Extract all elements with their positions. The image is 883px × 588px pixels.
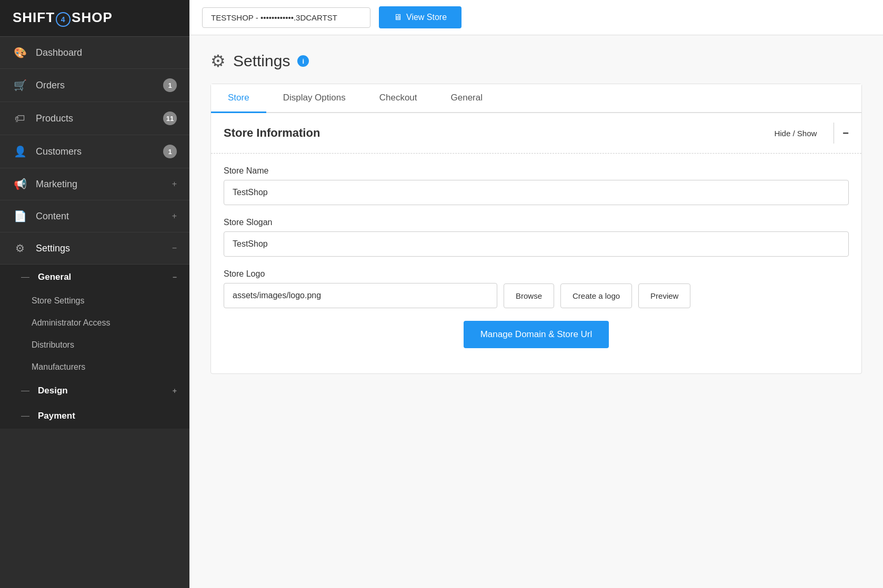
content-icon: 📄	[13, 210, 27, 222]
sidebar: SHIFT4SHOP 🎨 Dashboard 🛒 Orders 1 🏷 Prod…	[0, 0, 189, 588]
store-name-input[interactable]	[224, 180, 849, 205]
tab-display-options[interactable]: Display Options	[266, 84, 363, 113]
sidebar-item-label: Orders	[36, 80, 155, 91]
settings-icon: ⚙	[13, 242, 27, 255]
settings-gear-icon: ⚙	[210, 51, 226, 71]
card-body: Store Name Store Slogan Store Logo Brows…	[211, 154, 861, 373]
tab-store[interactable]: Store	[211, 84, 266, 113]
main-content: TESTSHOP - ••••••••••••.3DCARTST 🖥 View …	[189, 0, 883, 588]
page-title: Settings	[233, 52, 290, 70]
store-logo-label: Store Logo	[224, 269, 849, 279]
store-url-display: TESTSHOP - ••••••••••••.3DCARTST	[202, 7, 370, 28]
design-expand: +	[173, 387, 177, 395]
card-header: Store Information Hide / Show −	[211, 113, 861, 154]
store-logo-group: Store Logo Browse Create a logo Preview	[224, 269, 849, 308]
settings-submenu: General − Store Settings Administrator A…	[0, 265, 189, 429]
logo-text: SHIFT4SHOP	[13, 9, 113, 27]
content-area: ⚙ Settings i Store Display Options Check…	[189, 35, 883, 588]
view-store-button[interactable]: 🖥 View Store	[379, 6, 461, 28]
design-section-header[interactable]: Design +	[0, 378, 189, 403]
sidebar-item-label: Content	[36, 211, 164, 222]
settings-card: Store Display Options Checkout General S…	[210, 84, 862, 374]
sidebar-item-label: Dashboard	[36, 47, 177, 58]
store-slogan-input[interactable]	[224, 231, 849, 257]
sidebar-item-label: Products	[36, 113, 155, 124]
general-expand: −	[173, 273, 177, 281]
sidebar-item-label: Marketing	[36, 179, 164, 190]
content-expand: +	[172, 211, 177, 221]
orders-badge: 1	[163, 78, 177, 92]
logo-badge: 4	[56, 12, 71, 27]
design-label: Design	[38, 386, 68, 396]
view-store-label: View Store	[406, 13, 447, 22]
store-slogan-group: Store Slogan	[224, 218, 849, 257]
hide-show-link[interactable]: Hide / Show	[774, 129, 817, 138]
sidebar-item-label: Settings	[36, 243, 164, 254]
marketing-icon: 📢	[13, 178, 27, 190]
monitor-icon: 🖥	[394, 13, 402, 22]
sidebar-item-customers[interactable]: 👤 Customers 1	[0, 135, 189, 168]
vertical-divider	[834, 123, 834, 144]
marketing-expand: +	[172, 179, 177, 189]
payment-label: Payment	[38, 411, 75, 421]
sidebar-item-label: Customers	[36, 146, 155, 157]
general-section-header[interactable]: General −	[0, 265, 189, 290]
customers-badge: 1	[163, 145, 177, 158]
store-logo-input[interactable]	[224, 283, 497, 308]
preview-button[interactable]: Preview	[638, 283, 690, 308]
products-icon: 🏷	[13, 113, 27, 125]
store-name-group: Store Name	[224, 166, 849, 205]
sidebar-item-administrator-access[interactable]: Administrator Access	[0, 312, 189, 334]
payment-section-header[interactable]: Payment	[0, 403, 189, 429]
manage-domain-button[interactable]: Manage Domain & Store Url	[464, 321, 609, 348]
collapse-button[interactable]: −	[842, 127, 849, 139]
browse-button[interactable]: Browse	[504, 283, 554, 308]
customers-icon: 👤	[13, 145, 27, 158]
card-title: Store Information	[224, 126, 774, 140]
sidebar-logo: SHIFT4SHOP	[0, 0, 189, 37]
logo-row: Browse Create a logo Preview	[224, 283, 849, 308]
page-header: ⚙ Settings i	[210, 51, 862, 71]
tabs-bar: Store Display Options Checkout General	[211, 84, 861, 113]
section-line	[21, 391, 29, 391]
section-line	[21, 416, 29, 417]
sidebar-item-distributors[interactable]: Distributors	[0, 334, 189, 356]
sidebar-item-settings[interactable]: ⚙ Settings −	[0, 232, 189, 265]
sidebar-item-store-settings[interactable]: Store Settings	[0, 290, 189, 312]
sidebar-item-manufacturers[interactable]: Manufacturers	[0, 356, 189, 378]
orders-icon: 🛒	[13, 79, 27, 92]
general-label: General	[38, 272, 71, 282]
settings-expand: −	[172, 244, 177, 253]
sidebar-item-products[interactable]: 🏷 Products 11	[0, 102, 189, 135]
section-line	[21, 277, 29, 278]
dashboard-icon: 🎨	[13, 46, 27, 59]
sidebar-item-dashboard[interactable]: 🎨 Dashboard	[0, 37, 189, 69]
topbar: TESTSHOP - ••••••••••••.3DCARTST 🖥 View …	[189, 0, 883, 35]
products-badge: 11	[163, 111, 177, 125]
sidebar-item-orders[interactable]: 🛒 Orders 1	[0, 69, 189, 102]
create-logo-button[interactable]: Create a logo	[560, 283, 632, 308]
tab-checkout[interactable]: Checkout	[363, 84, 434, 113]
info-icon[interactable]: i	[297, 55, 309, 67]
store-slogan-label: Store Slogan	[224, 218, 849, 227]
sidebar-item-content[interactable]: 📄 Content +	[0, 200, 189, 232]
sidebar-item-marketing[interactable]: 📢 Marketing +	[0, 168, 189, 200]
tab-general[interactable]: General	[434, 84, 499, 113]
store-name-label: Store Name	[224, 166, 849, 176]
